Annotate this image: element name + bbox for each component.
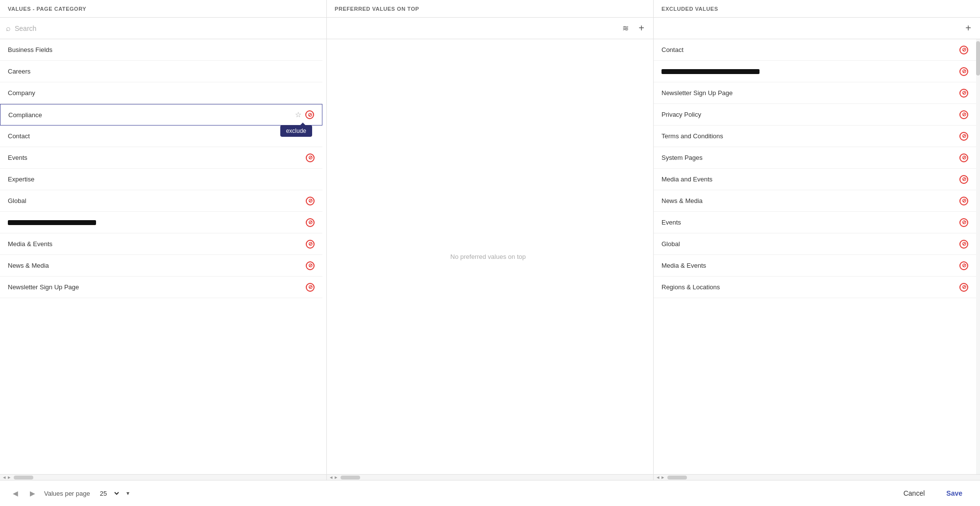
search-input[interactable] xyxy=(15,25,320,32)
remove-excluded-button[interactable]: ⊘ xyxy=(959,132,968,141)
prev-page-icon: ◀ xyxy=(13,489,18,497)
exclude-button[interactable]: ⊘ xyxy=(306,218,315,227)
add-icon: + xyxy=(965,23,971,34)
right-scroll-arrows: ◂ ▸ xyxy=(654,474,667,480)
exclude-button[interactable]: ⊘ xyxy=(306,240,315,249)
list-item[interactable]: Company xyxy=(0,82,322,104)
right-h-scrollbar-track[interactable] xyxy=(667,476,980,480)
list-item[interactable]: Media and Events ⊘ xyxy=(654,169,976,190)
right-v-scrollbar[interactable] xyxy=(976,39,980,474)
save-button[interactable]: Save xyxy=(938,485,970,501)
right-item-list: Contact ⊘ ⊘ Newsletter Sign Up Page ⊘ xyxy=(654,39,980,474)
cancel-button[interactable]: Cancel xyxy=(896,485,933,501)
middle-h-scrollbar-track[interactable] xyxy=(341,476,653,480)
scroll-left-icon[interactable]: ◂ xyxy=(3,474,6,480)
exclude-button[interactable]: ⊘ xyxy=(305,110,314,119)
middle-scroll-arrows: ◂ ▸ xyxy=(327,474,341,480)
list-item[interactable]: Business Fields xyxy=(0,39,322,61)
left-h-scrollbar-track[interactable] xyxy=(14,476,326,480)
right-scroll-wrapper: Contact ⊘ ⊘ Newsletter Sign Up Page ⊘ xyxy=(654,39,980,474)
list-item[interactable]: News & Media ⊘ xyxy=(654,190,976,212)
list-item[interactable]: Contact xyxy=(0,126,322,147)
right-panel: EXCLUDED VALUES + Contact ⊘ ⊘ xyxy=(654,0,980,480)
sort-button[interactable]: ≋ xyxy=(619,22,632,35)
item-label: Expertise xyxy=(8,176,34,183)
scroll-right-icon[interactable]: ▸ xyxy=(662,474,664,480)
exclude-icon: ⊘ xyxy=(959,261,968,270)
middle-panel-toolbar: ≋ + xyxy=(327,18,653,39)
next-page-icon: ▶ xyxy=(30,489,35,497)
remove-excluded-button[interactable]: ⊘ xyxy=(959,110,968,119)
list-item[interactable]: Newsletter Sign Up Page ⊘ xyxy=(0,277,322,298)
scroll-left-icon[interactable]: ◂ xyxy=(330,474,333,480)
list-item-redacted[interactable]: ⊘ xyxy=(654,61,976,82)
list-item[interactable]: Global ⊘ xyxy=(0,190,322,212)
list-item[interactable]: Events ⊘ xyxy=(654,212,976,233)
left-h-scrollbar[interactable]: ◂ ▸ xyxy=(0,474,326,480)
right-add-button[interactable]: + xyxy=(962,21,974,36)
main-container: VALUES - PAGE CATEGORY ⌕ Business Fields… xyxy=(0,0,980,480)
remove-excluded-button[interactable]: ⊘ xyxy=(959,240,968,249)
next-page-button[interactable]: ▶ xyxy=(27,488,38,498)
scroll-left-icon[interactable]: ◂ xyxy=(657,474,660,480)
no-values-message: No preferred values on top xyxy=(327,39,649,474)
star-button[interactable]: ☆ xyxy=(295,110,301,119)
list-item-compliance[interactable]: Compliance ☆ ⊘ exclude xyxy=(0,104,322,126)
left-scroll-wrapper: Business Fields Careers Company Complian… xyxy=(0,39,326,474)
list-item[interactable]: Global ⊘ xyxy=(654,233,976,255)
list-item[interactable]: Terms and Conditions ⊘ xyxy=(654,126,976,147)
list-item[interactable]: System Pages ⊘ xyxy=(654,147,976,169)
middle-h-scrollbar[interactable]: ◂ ▸ xyxy=(327,474,653,480)
list-item[interactable]: Events ⊘ xyxy=(0,147,322,169)
add-button[interactable]: + xyxy=(636,21,647,36)
prev-page-button[interactable]: ◀ xyxy=(10,488,21,498)
exclude-icon: ⊘ xyxy=(959,46,968,54)
right-v-scrollbar-thumb[interactable] xyxy=(976,41,980,76)
list-item[interactable]: Newsletter Sign Up Page ⊘ xyxy=(654,82,976,104)
search-container: ⌕ xyxy=(6,24,320,33)
list-item[interactable]: Regions & Locations ⊘ xyxy=(654,277,976,298)
list-item[interactable]: Expertise xyxy=(0,169,322,190)
list-item[interactable]: News & Media ⊘ xyxy=(0,255,322,277)
list-item[interactable]: Media & Events ⊘ xyxy=(0,233,322,255)
right-h-scrollbar-thumb[interactable] xyxy=(667,476,687,480)
exclude-button[interactable]: ⊘ xyxy=(306,261,315,270)
remove-excluded-button[interactable]: ⊘ xyxy=(959,67,968,76)
exclude-icon: ⊘ xyxy=(959,89,968,98)
exclude-button[interactable]: ⊘ xyxy=(306,283,315,292)
remove-excluded-button[interactable]: ⊘ xyxy=(959,197,968,205)
list-item[interactable]: Careers xyxy=(0,61,322,82)
middle-h-scrollbar-thumb[interactable] xyxy=(341,476,360,480)
exclude-button[interactable]: ⊘ xyxy=(306,197,315,205)
remove-excluded-button[interactable]: ⊘ xyxy=(959,153,968,162)
right-h-scrollbar[interactable]: ◂ ▸ xyxy=(654,474,980,480)
remove-excluded-button[interactable]: ⊘ xyxy=(959,89,968,98)
left-header-title: VALUES - PAGE CATEGORY xyxy=(8,6,86,12)
remove-excluded-button[interactable]: ⊘ xyxy=(959,46,968,54)
item-label: News & Media xyxy=(662,197,703,204)
exclude-icon: ⊘ xyxy=(959,132,968,141)
left-h-scrollbar-thumb[interactable] xyxy=(14,476,33,480)
item-label: Media & Events xyxy=(662,262,706,269)
scroll-right-icon[interactable]: ▸ xyxy=(8,474,11,480)
item-label: Compliance xyxy=(8,111,42,119)
remove-excluded-button[interactable]: ⊘ xyxy=(959,175,968,184)
remove-excluded-button[interactable]: ⊘ xyxy=(959,283,968,292)
remove-excluded-button[interactable]: ⊘ xyxy=(959,261,968,270)
list-item[interactable]: Privacy Policy ⊘ xyxy=(654,104,976,126)
left-panel-header: VALUES - PAGE CATEGORY xyxy=(0,0,326,18)
remove-excluded-button[interactable]: ⊘ xyxy=(959,218,968,227)
list-item[interactable]: Contact ⊘ xyxy=(654,39,976,61)
exclude-icon: ⊘ xyxy=(959,110,968,119)
item-actions: ⊘ xyxy=(306,283,315,292)
scroll-right-icon[interactable]: ▸ xyxy=(335,474,338,480)
left-panel-toolbar: ⌕ xyxy=(0,18,326,39)
exclude-icon: ⊘ xyxy=(959,218,968,227)
redacted-text xyxy=(8,220,96,225)
exclude-button[interactable]: ⊘ xyxy=(306,153,315,162)
list-item-redacted[interactable]: ⊘ xyxy=(0,212,322,233)
left-item-list: Business Fields Careers Company Complian… xyxy=(0,39,326,474)
list-item[interactable]: Media & Events ⊘ xyxy=(654,255,976,277)
item-label: Contact xyxy=(8,132,30,140)
per-page-select[interactable]: 25 50 100 xyxy=(96,488,121,499)
